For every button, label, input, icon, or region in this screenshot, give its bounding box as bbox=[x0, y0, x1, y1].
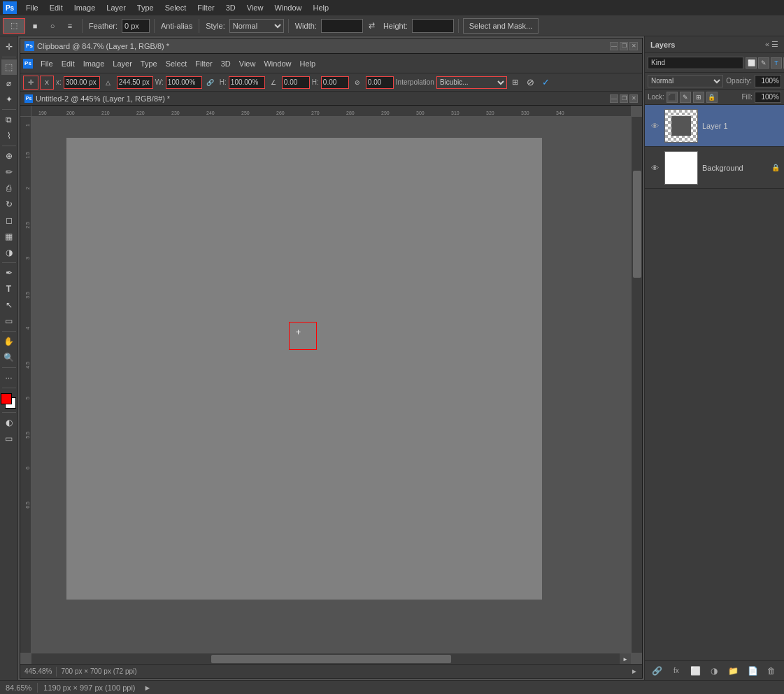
inner-menu-help[interactable]: Help bbox=[297, 58, 320, 69]
h-scrollbar-thumb[interactable] bbox=[211, 655, 451, 663]
outer-doc-restore-btn[interactable]: ❐ bbox=[620, 42, 628, 50]
tf-commit-btn[interactable]: ✓ bbox=[539, 76, 553, 90]
inner-menu-file[interactable]: File bbox=[37, 58, 57, 69]
zoom-tool[interactable]: 🔍 bbox=[1, 350, 17, 365]
layer-item-background[interactable]: 👁 Background 🔒 bbox=[645, 147, 784, 189]
tf-x-input[interactable]: 300.00 px bbox=[64, 76, 100, 89]
menu-help[interactable]: Help bbox=[308, 2, 334, 13]
h-scrollbar[interactable]: ► bbox=[31, 653, 631, 664]
outer-doc-close-btn[interactable]: ✕ bbox=[629, 42, 638, 50]
v-scrollbar-thumb[interactable] bbox=[633, 171, 641, 278]
tf-h-input[interactable]: 100.00% bbox=[229, 76, 265, 89]
inner-menu-3d[interactable]: 3D bbox=[218, 58, 234, 69]
canvas-scroll-nav[interactable]: ► bbox=[631, 667, 638, 675]
opacity-input[interactable]: 100% bbox=[755, 75, 781, 87]
tf-interpolation-select[interactable]: Bicubic... Nearest Neighbor Bilinear bbox=[436, 76, 507, 89]
select-and-mask-btn[interactable]: Select and Mask... bbox=[463, 18, 539, 34]
feather-input[interactable] bbox=[122, 19, 150, 33]
brush-tool[interactable]: ✏ bbox=[1, 164, 17, 180]
hand-tool[interactable]: ✋ bbox=[1, 334, 17, 349]
layers-new-btn[interactable]: 📄 bbox=[746, 664, 760, 678]
tf-move-tool-icon[interactable]: ✛ bbox=[23, 76, 38, 90]
height-input[interactable] bbox=[412, 19, 454, 33]
layers-fx-btn[interactable]: fx bbox=[669, 664, 683, 678]
menu-filter[interactable]: Filter bbox=[192, 2, 219, 13]
menu-select[interactable]: Select bbox=[160, 2, 192, 13]
inner-menu-layer[interactable]: Layer bbox=[109, 58, 136, 69]
menu-window[interactable]: Window bbox=[269, 2, 306, 13]
menu-layer[interactable]: Layer bbox=[101, 2, 131, 13]
quick-select-tool[interactable]: ✦ bbox=[1, 92, 17, 107]
tf-cancel-btn[interactable]: ⊘ bbox=[524, 76, 538, 90]
more-tools-btn[interactable]: ··· bbox=[1, 370, 17, 385]
status-arrow[interactable]: ► bbox=[144, 684, 152, 692]
lasso-tool[interactable]: ⌀ bbox=[1, 76, 17, 91]
tf-angle-input[interactable] bbox=[282, 76, 310, 89]
lock-all-btn[interactable]: 🔒 bbox=[706, 92, 718, 103]
layers-panel-collapse-btn[interactable]: « bbox=[765, 40, 769, 49]
screen-mode-btn[interactable]: ▭ bbox=[1, 431, 17, 446]
layers-link-btn[interactable]: 🔗 bbox=[650, 664, 664, 678]
inner-menu-image[interactable]: Image bbox=[80, 58, 108, 69]
layers-adjust-filter[interactable]: ✎ bbox=[758, 57, 769, 69]
canvas-scroll-area[interactable]: + bbox=[31, 117, 631, 653]
lock-position-btn[interactable]: ✎ bbox=[680, 92, 691, 103]
menu-file[interactable]: File bbox=[21, 2, 43, 13]
layers-type-filter[interactable]: T bbox=[771, 57, 782, 69]
tf-hskew-input[interactable] bbox=[321, 76, 349, 89]
pen-tool[interactable]: ✒ bbox=[1, 265, 17, 281]
style-select[interactable]: Normal Fixed Ratio Fixed Size bbox=[229, 19, 284, 33]
layer-1-visibility[interactable]: 👁 bbox=[649, 120, 660, 132]
healing-brush-tool[interactable]: ⊕ bbox=[1, 148, 17, 164]
tf-link-wh-btn[interactable]: 🔗 bbox=[204, 76, 218, 90]
layers-adjustment-btn[interactable]: ◑ bbox=[707, 664, 721, 678]
inner-doc-collapse-btn[interactable]: — bbox=[610, 94, 618, 103]
eraser-tool[interactable]: ◻ bbox=[1, 213, 17, 228]
layers-group-btn[interactable]: 📁 bbox=[727, 664, 741, 678]
dodge-tool[interactable]: ◑ bbox=[1, 245, 17, 260]
type-tool[interactable]: T bbox=[1, 281, 17, 297]
menu-image[interactable]: Image bbox=[69, 2, 101, 13]
tf-y-input[interactable]: 244.50 px bbox=[117, 76, 153, 89]
shape-tool[interactable]: ▭ bbox=[1, 313, 17, 329]
layers-kind-search[interactable] bbox=[648, 57, 743, 69]
inner-menu-window[interactable]: Window bbox=[260, 58, 294, 69]
layers-delete-btn[interactable]: 🗑 bbox=[764, 664, 778, 678]
menu-edit[interactable]: Edit bbox=[45, 2, 68, 13]
quick-mask-btn[interactable]: ◐ bbox=[1, 415, 17, 430]
move-tool[interactable]: ✛ bbox=[1, 39, 17, 55]
layers-panel-menu-btn[interactable]: ☰ bbox=[771, 40, 778, 49]
menu-view[interactable]: View bbox=[242, 2, 269, 13]
layer-item-1[interactable]: 👁 Layer 1 bbox=[645, 105, 784, 147]
crop-tool[interactable]: ⧉ bbox=[1, 112, 17, 127]
stamp-tool[interactable]: ⎙ bbox=[1, 180, 17, 196]
gradient-tool[interactable]: ▦ bbox=[1, 229, 17, 244]
fill-input[interactable]: 100% bbox=[755, 92, 781, 103]
blend-mode-select[interactable]: Normal Dissolve Multiply Screen bbox=[648, 75, 723, 87]
history-brush-tool[interactable]: ↻ bbox=[1, 197, 17, 212]
layers-mask-btn[interactable]: ⬜ bbox=[688, 664, 702, 678]
rect-marquee-btn[interactable]: ■ bbox=[27, 18, 43, 34]
lock-pixels-btn[interactable]: ⬛ bbox=[667, 92, 678, 103]
scroll-nav-btn[interactable]: ► bbox=[620, 653, 631, 664]
menu-3d[interactable]: 3D bbox=[221, 2, 241, 13]
single-row-btn[interactable]: ≡ bbox=[62, 18, 78, 34]
inner-menu-edit[interactable]: Edit bbox=[58, 58, 78, 69]
path-selection-tool[interactable]: ↖ bbox=[1, 297, 17, 313]
eyedropper-tool[interactable]: ⌇ bbox=[1, 128, 17, 143]
tf-vskew-input[interactable] bbox=[366, 76, 394, 89]
inner-menu-filter[interactable]: Filter bbox=[192, 58, 215, 69]
marquee-tool-btn[interactable]: ⬚ bbox=[3, 18, 25, 34]
background-layer-visibility[interactable]: 👁 bbox=[649, 162, 660, 174]
tf-warp-btn[interactable]: ⊞ bbox=[508, 76, 522, 90]
outer-doc-collapse-btn[interactable]: — bbox=[610, 42, 618, 50]
swap-wh-btn[interactable]: ⇄ bbox=[365, 19, 379, 33]
ellipse-marquee-btn[interactable]: ○ bbox=[45, 18, 60, 34]
inner-menu-select[interactable]: Select bbox=[162, 58, 191, 69]
width-input[interactable] bbox=[321, 19, 363, 33]
inner-menu-view[interactable]: View bbox=[236, 58, 259, 69]
menu-type[interactable]: Type bbox=[132, 2, 159, 13]
tf-w-input[interactable]: 100.00% bbox=[166, 76, 202, 89]
marquee-tool[interactable]: ⬚ bbox=[1, 59, 17, 75]
inner-doc-close-btn[interactable]: ✕ bbox=[629, 94, 638, 103]
